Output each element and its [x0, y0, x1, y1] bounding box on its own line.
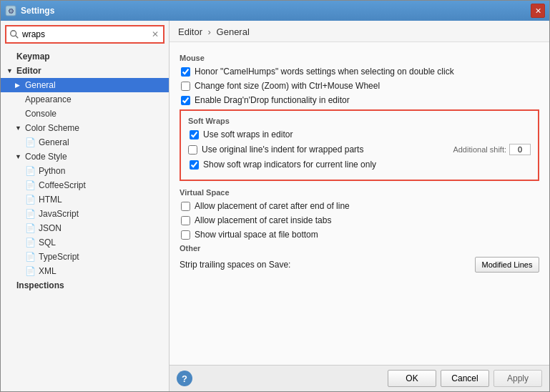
apply-button[interactable]: Apply [493, 370, 542, 387]
other-header: Other [180, 244, 539, 253]
sidebar: ✕ Keymap ▼ Editor ▶ General Appearance [1, 21, 170, 391]
show-indicators-checkbox[interactable] [190, 160, 199, 170]
content-area: ✕ Keymap ▼ Editor ▶ General Appearance [1, 21, 549, 391]
soft-wraps-section: Soft Wraps Use soft wraps in editor Use … [180, 109, 539, 181]
checkbox-row-show-indicators: Show soft wrap indicators for current li… [188, 160, 531, 170]
sidebar-item-coffeescript[interactable]: 📄 CoffeeScript [1, 178, 169, 192]
camel-checkbox[interactable] [181, 67, 190, 77]
sidebar-item-keymap[interactable]: Keymap [1, 49, 169, 64]
camel-label: Honor "CamelHumps" words settings when s… [195, 67, 454, 77]
caret-inside-tabs-label: Allow placement of caret inside tabs [195, 215, 331, 225]
breadcrumb-separator: › [208, 26, 211, 37]
checkbox-row-drag-drop: Enable Drag'n'Drop functionality in edit… [180, 95, 539, 105]
arrow-icon: ▶ [15, 82, 24, 89]
sidebar-item-code-style[interactable]: ▼ Code Style [1, 150, 169, 164]
page-icon: 📄 [25, 209, 36, 219]
cs-general-label: General [39, 137, 69, 147]
additional-shift-input[interactable] [509, 144, 531, 155]
coffeescript-label: CoffeeScript [39, 180, 86, 190]
page-icon: 📄 [25, 237, 36, 248]
settings-content: Mouse Honor "CamelHumps" words settings … [170, 42, 549, 365]
checkbox-row-use-soft-wraps: Use soft wraps in editor [188, 129, 531, 139]
title-bar: ⚙ Settings ✕ [1, 1, 549, 21]
search-clear-button[interactable]: ✕ [150, 29, 160, 39]
checkbox-row-font-zoom: Change font size (Zoom) with Ctrl+Mouse … [180, 81, 539, 91]
arrow-icon: ▼ [15, 124, 24, 132]
caret-after-end-label: Allow placement of caret after end of li… [195, 201, 350, 211]
editor-label: Editor [16, 66, 41, 76]
sidebar-item-cs-general[interactable]: 📄 General [1, 135, 169, 150]
svg-text:⚙: ⚙ [8, 7, 14, 15]
virtual-bottom-label: Show virtual space at file bottom [195, 230, 318, 240]
sidebar-tree: Keymap ▼ Editor ▶ General Appearance Con… [1, 48, 169, 391]
xml-label: XML [39, 266, 57, 276]
additional-shift-container: Additional shift: [446, 144, 531, 155]
arrow-icon: ▼ [6, 67, 15, 74]
inspections-label: Inspections [16, 280, 64, 290]
arrow-icon: ▼ [15, 153, 24, 160]
original-indent-label: Use original line's indent for wrapped p… [202, 144, 363, 155]
breadcrumb-part1: Editor [178, 26, 202, 37]
search-box: ✕ [5, 25, 164, 44]
page-icon: 📄 [25, 223, 36, 233]
page-icon: 📄 [25, 180, 36, 190]
show-indicators-label: Show soft wrap indicators for current li… [203, 160, 376, 170]
code-style-label: Code Style [25, 152, 67, 162]
checkbox-row-camel: Honor "CamelHumps" words settings when s… [180, 67, 539, 77]
sidebar-item-html[interactable]: 📄 HTML [1, 192, 169, 207]
ok-button[interactable]: OK [388, 370, 436, 387]
search-icon [9, 29, 19, 39]
use-soft-wraps-label: Use soft wraps in editor [203, 129, 293, 139]
sidebar-item-color-scheme[interactable]: ▼ Color Scheme [1, 121, 169, 135]
general-label: General [25, 80, 56, 90]
sidebar-item-editor[interactable]: ▼ Editor [1, 64, 169, 78]
caret-inside-tabs-checkbox[interactable] [181, 216, 190, 225]
breadcrumb: Editor › General [170, 21, 549, 42]
main-panel: Editor › General Mouse Honor "CamelHumps… [170, 21, 549, 391]
javascript-label: JavaScript [39, 209, 79, 219]
console-label: Console [25, 109, 57, 119]
indent-row: Use original line's indent for wrapped p… [188, 144, 531, 155]
sidebar-item-general[interactable]: ▶ General [1, 78, 169, 92]
sidebar-item-inspections[interactable]: Inspections [1, 278, 169, 293]
color-scheme-label: Color Scheme [25, 123, 79, 133]
sidebar-item-json[interactable]: 📄 JSON [1, 221, 169, 235]
keymap-label: Keymap [16, 52, 50, 62]
original-indent-checkbox[interactable] [188, 145, 197, 155]
sidebar-item-javascript[interactable]: 📄 JavaScript [1, 207, 169, 221]
modified-lines-button[interactable]: Modified Lines [475, 257, 539, 273]
sidebar-item-sql[interactable]: 📄 SQL [1, 235, 169, 250]
sidebar-item-python[interactable]: 📄 Python [1, 164, 169, 178]
font-zoom-checkbox[interactable] [181, 82, 190, 91]
page-icon: 📄 [25, 266, 36, 276]
close-button[interactable]: ✕ [531, 4, 545, 18]
sql-label: SQL [39, 237, 56, 248]
svg-point-2 [11, 31, 16, 36]
virtual-space-header: Virtual Space [180, 188, 539, 197]
sidebar-item-xml[interactable]: 📄 XML [1, 264, 169, 278]
python-label: Python [39, 166, 65, 176]
sidebar-item-typescript[interactable]: 📄 TypeScript [1, 250, 169, 264]
json-label: JSON [39, 223, 62, 233]
soft-wraps-header: Soft Wraps [188, 117, 531, 125]
caret-after-end-checkbox[interactable] [181, 202, 190, 211]
dialog-footer: ? OK Cancel Apply [170, 365, 549, 391]
help-button[interactable]: ? [177, 371, 192, 386]
page-icon: 📄 [25, 195, 36, 205]
window-icon: ⚙ [5, 5, 16, 16]
page-icon: 📄 [25, 252, 36, 262]
html-label: HTML [39, 195, 62, 205]
sidebar-item-console[interactable]: Console [1, 107, 169, 121]
checkbox-row-caret-inside-tabs: Allow placement of caret inside tabs [180, 215, 539, 225]
drag-drop-checkbox[interactable] [181, 96, 190, 105]
window-title: Settings [21, 6, 531, 16]
svg-line-3 [16, 36, 19, 39]
cancel-button[interactable]: Cancel [441, 370, 489, 387]
page-icon: 📄 [25, 166, 36, 176]
search-input[interactable] [22, 29, 150, 39]
virtual-bottom-checkbox[interactable] [181, 230, 190, 240]
sidebar-item-appearance[interactable]: Appearance [1, 92, 169, 107]
page-icon: 📄 [25, 137, 36, 147]
strip-trailing-label: Strip trailing spaces on Save: [180, 260, 475, 270]
use-soft-wraps-checkbox[interactable] [190, 130, 199, 139]
